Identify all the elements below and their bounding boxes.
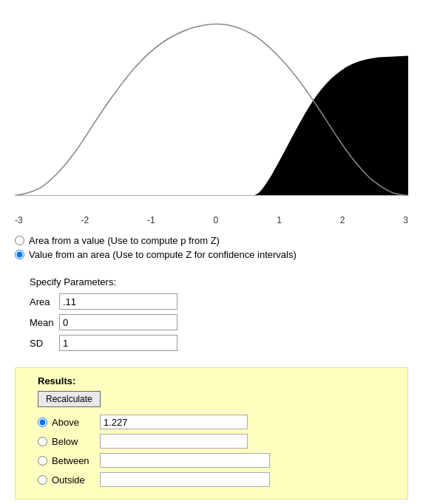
- area-label: Area: [30, 296, 59, 307]
- normal-curve-svg: [15, 7, 408, 207]
- outside-row: Outside: [38, 472, 385, 487]
- above-row: Above: [38, 415, 385, 429]
- above-value-input[interactable]: [100, 415, 248, 429]
- below-value-input[interactable]: [100, 434, 248, 449]
- radio-section: Area from a value (Use to compute p from…: [0, 229, 423, 269]
- mean-label: Mean: [30, 317, 59, 328]
- radio-row-2: Value from an area (Use to compute Z for…: [15, 249, 408, 260]
- sd-input[interactable]: [59, 335, 177, 351]
- radio-above[interactable]: [38, 418, 47, 427]
- above-label: Above: [52, 417, 100, 428]
- results-title: Results:: [38, 375, 385, 386]
- below-row: Below: [38, 434, 385, 449]
- radio-value-from-area[interactable]: [15, 250, 24, 259]
- x-label-minus3: -3: [15, 215, 23, 225]
- sd-param-row: SD: [30, 335, 393, 351]
- radio-value-from-area-label: Value from an area (Use to compute Z for…: [29, 249, 297, 260]
- radio-outside[interactable]: [38, 475, 47, 485]
- radio-area-from-value-label: Area from a value (Use to compute p from…: [29, 235, 220, 246]
- outside-label: Outside: [52, 474, 100, 486]
- outside-value-input[interactable]: [100, 472, 270, 487]
- radio-area-from-value[interactable]: [15, 236, 24, 245]
- x-label-2: 2: [340, 215, 345, 225]
- x-axis-labels: -3 -2 -1 0 1 2 3: [15, 215, 408, 225]
- chart-container: -3 -2 -1 0 1 2 3: [0, 0, 423, 229]
- sd-label: SD: [30, 338, 59, 349]
- x-label-1: 1: [277, 215, 282, 225]
- x-label-0: 0: [214, 215, 219, 225]
- chart-area: [15, 7, 408, 207]
- mean-input[interactable]: [59, 314, 177, 330]
- radio-between[interactable]: [38, 456, 47, 466]
- between-row: Between: [38, 453, 385, 468]
- radio-row-1: Area from a value (Use to compute p from…: [15, 235, 408, 246]
- x-label-minus2: -2: [81, 215, 89, 225]
- radio-below[interactable]: [38, 437, 47, 446]
- x-label-minus1: -1: [147, 215, 155, 225]
- recalculate-button[interactable]: Recalculate: [38, 391, 101, 407]
- area-input[interactable]: [59, 293, 177, 310]
- below-label: Below: [52, 436, 100, 447]
- x-label-3: 3: [403, 215, 408, 225]
- mean-param-row: Mean: [30, 314, 393, 330]
- between-label: Between: [52, 455, 100, 466]
- params-title: Specify Parameters:: [30, 276, 393, 287]
- between-value-input[interactable]: [100, 453, 270, 468]
- area-param-row: Area: [30, 293, 393, 310]
- results-section: Results: Recalculate Above Below Between…: [15, 367, 408, 500]
- params-section: Specify Parameters: Area Mean SD: [0, 269, 423, 363]
